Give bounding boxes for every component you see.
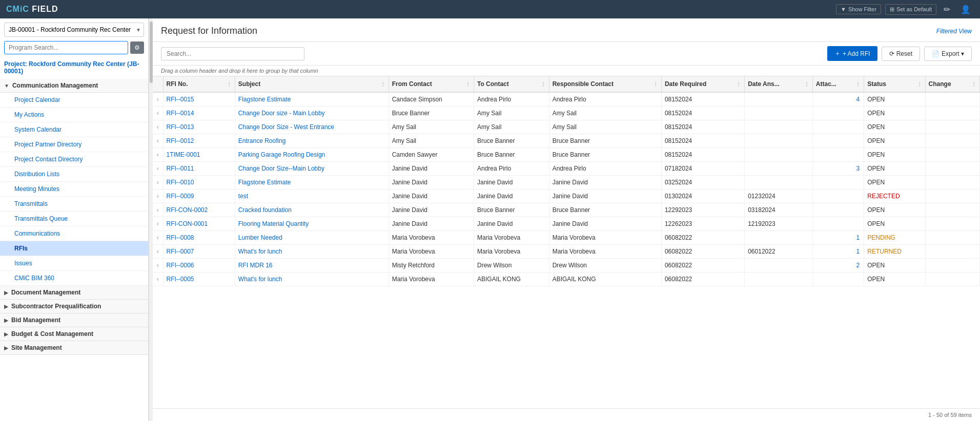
- cell-subject[interactable]: Change Door size - Main Lobby: [235, 107, 389, 120]
- col-menu-to-contact[interactable]: ⋮: [541, 81, 546, 87]
- search-input[interactable]: [161, 47, 304, 60]
- sidebar-section-header-communication[interactable]: ▼ Communication Management: [0, 79, 148, 93]
- cell-attachments: [812, 107, 864, 120]
- sidebar-item-my-actions[interactable]: My Actions: [0, 108, 148, 122]
- cell-rfi-no[interactable]: RFI--0015: [163, 92, 235, 107]
- cell-rfi-no[interactable]: RFI-CON-0001: [163, 217, 235, 231]
- cell-rfi-no[interactable]: RFI--0012: [163, 134, 235, 148]
- sidebar-item-communications[interactable]: Communications: [0, 226, 148, 241]
- sidebar-item-cmic-bim-360[interactable]: CMiC BIM 360: [0, 271, 148, 286]
- cell-date-required: 08152024: [661, 134, 744, 148]
- cell-rfi-no[interactable]: RFI--0008: [163, 231, 235, 245]
- sidebar-item-issues[interactable]: Issues: [0, 256, 148, 271]
- sidebar-search-gear-button[interactable]: ⚙: [130, 41, 144, 54]
- cell-rfi-no[interactable]: RFI-CON-0002: [163, 203, 235, 217]
- cell-subject[interactable]: Change Door Size--Main Lobby: [235, 162, 389, 176]
- sidebar-section-header-subcontractor[interactable]: ▶ Subcontractor Prequalification: [0, 300, 148, 313]
- sidebar-item-project-contact-directory[interactable]: Project Contact Directory: [0, 152, 148, 167]
- sidebar-item-distribution-lists[interactable]: Distribution Lists: [0, 167, 148, 182]
- cell-subject[interactable]: Entrance Roofing: [235, 134, 389, 148]
- cell-subject[interactable]: Parking Garage Roofing Design: [235, 148, 389, 162]
- export-button[interactable]: 📄 Export ▾: [924, 47, 972, 61]
- cell-responsible-contact: Bruce Banner: [549, 203, 661, 217]
- row-expand-chevron[interactable]: ‹: [153, 259, 163, 272]
- row-expand-chevron[interactable]: ‹: [153, 120, 163, 134]
- row-expand-chevron[interactable]: ‹: [153, 190, 163, 203]
- cell-rfi-no[interactable]: RFI--0006: [163, 259, 235, 272]
- cell-rfi-no[interactable]: RFI--0010: [163, 176, 235, 190]
- section-arrow-subcontractor: ▶: [4, 304, 8, 309]
- cell-date-ans: [745, 134, 813, 148]
- row-expand-chevron[interactable]: ‹: [153, 217, 163, 231]
- cell-subject[interactable]: Cracked foundation: [235, 203, 389, 217]
- edit-button[interactable]: ✏: [941, 4, 953, 15]
- cell-rfi-no[interactable]: RFI--0007: [163, 245, 235, 259]
- sidebar-item-project-partner-directory[interactable]: Project Partner Directory: [0, 137, 148, 152]
- cell-subject[interactable]: What's for lunch: [235, 245, 389, 259]
- col-date-required[interactable]: Date Required⋮: [661, 76, 744, 92]
- sidebar-section-header-bid[interactable]: ▶ Bid Management: [0, 313, 148, 327]
- row-expand-chevron[interactable]: ‹: [153, 148, 163, 162]
- cell-subject[interactable]: Change Door Size - West Entrance: [235, 120, 389, 134]
- row-expand-chevron[interactable]: ‹: [153, 134, 163, 148]
- col-status[interactable]: Status⋮: [864, 76, 925, 92]
- cell-status: RETURNED: [864, 245, 925, 259]
- row-expand-chevron[interactable]: ‹: [153, 245, 163, 259]
- cell-subject[interactable]: test: [235, 190, 389, 203]
- col-responsible-contact[interactable]: Responsible Contact⋮: [549, 76, 661, 92]
- col-date-ans[interactable]: Date Ans...⋮: [745, 76, 813, 92]
- sidebar-search-input[interactable]: [4, 41, 128, 54]
- col-menu-subject[interactable]: ⋮: [380, 81, 385, 87]
- cell-from-contact: Amy Sail: [389, 134, 474, 148]
- row-expand-chevron[interactable]: ‹: [153, 272, 163, 286]
- cell-rfi-no[interactable]: RFI--0009: [163, 190, 235, 203]
- show-filter-button[interactable]: ▼ Show Filter: [836, 4, 881, 14]
- cell-subject[interactable]: Flooring Material Quantity: [235, 217, 389, 231]
- sidebar-item-rfis[interactable]: RFIs: [0, 241, 148, 256]
- cell-rfi-no[interactable]: RFI--0014: [163, 107, 235, 120]
- col-menu-date-required[interactable]: ⋮: [736, 81, 741, 87]
- row-expand-chevron[interactable]: ‹: [153, 231, 163, 245]
- user-button[interactable]: 👤: [957, 4, 974, 15]
- cell-subject[interactable]: Flagstone Estimate: [235, 92, 389, 107]
- cell-subject[interactable]: Lumber Needed: [235, 231, 389, 245]
- cell-rfi-no[interactable]: RFI--0005: [163, 272, 235, 286]
- row-expand-chevron[interactable]: ‹: [153, 162, 163, 176]
- reset-button[interactable]: ⟳ Reset: [882, 47, 920, 61]
- row-expand-chevron[interactable]: ‹: [153, 92, 163, 107]
- col-menu-rfi-no[interactable]: ⋮: [227, 81, 232, 87]
- add-rfi-button[interactable]: ＋ + Add RFI: [827, 46, 877, 61]
- cell-subject[interactable]: Flagstone Estimate: [235, 176, 389, 190]
- col-to-contact[interactable]: To Contact⋮: [474, 76, 549, 92]
- sidebar-section-header-site[interactable]: ▶ Site Management: [0, 341, 148, 355]
- col-menu-change[interactable]: ⋮: [971, 81, 976, 87]
- col-from-contact[interactable]: From Contact⋮: [389, 76, 474, 92]
- sidebar-item-system-calendar[interactable]: System Calendar: [0, 122, 148, 137]
- row-expand-chevron[interactable]: ‹: [153, 176, 163, 190]
- set-as-default-button[interactable]: ⊞ Set as Default: [885, 4, 936, 15]
- cell-subject[interactable]: RFI MDR 16: [235, 259, 389, 272]
- cell-to-contact: Bruce Banner: [474, 203, 549, 217]
- sidebar-item-project-calendar[interactable]: Project Calendar: [0, 93, 148, 108]
- row-expand-chevron[interactable]: ‹: [153, 203, 163, 217]
- project-select[interactable]: JB-00001 - Rockford Community Rec Center: [4, 23, 144, 37]
- cell-rfi-no[interactable]: RFI--0011: [163, 162, 235, 176]
- col-subject[interactable]: Subject⋮: [235, 76, 389, 92]
- sidebar-section-header-document[interactable]: ▶ Document Management: [0, 286, 148, 300]
- cell-subject[interactable]: What's for lunch: [235, 272, 389, 286]
- col-menu-from-contact[interactable]: ⋮: [465, 81, 471, 87]
- cell-rfi-no[interactable]: 1TIME-0001: [163, 148, 235, 162]
- col-menu-status[interactable]: ⋮: [917, 81, 922, 87]
- col-rfi-no[interactable]: RFI No.⋮: [163, 76, 235, 92]
- sidebar-item-transmittals[interactable]: Transmittals: [0, 197, 148, 212]
- row-expand-chevron[interactable]: ‹: [153, 107, 163, 120]
- col-change[interactable]: Change⋮: [925, 76, 979, 92]
- sidebar-item-transmittals-queue[interactable]: Transmittals Queue: [0, 212, 148, 226]
- col-menu-responsible-contact[interactable]: ⋮: [653, 81, 658, 87]
- sidebar-section-header-budget[interactable]: ▶ Budget & Cost Management: [0, 327, 148, 341]
- cell-rfi-no[interactable]: RFI--0013: [163, 120, 235, 134]
- sidebar-item-meeting-minutes[interactable]: Meeting Minutes: [0, 182, 148, 197]
- col-menu-date-ans[interactable]: ⋮: [804, 81, 809, 87]
- col-attachments[interactable]: Attac...⋮: [812, 76, 864, 92]
- col-menu-attachments[interactable]: ⋮: [855, 81, 861, 87]
